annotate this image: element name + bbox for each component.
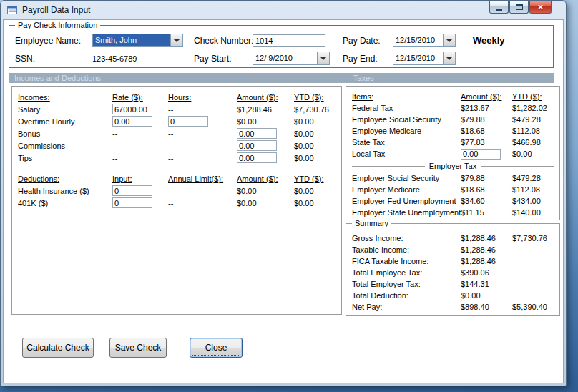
col-header: Rate ($): <box>112 93 168 102</box>
paycheck-info-groupbox: Pay Check Information Employee Name: Smi… <box>9 25 554 68</box>
summary-label: Net Pay: <box>352 303 461 311</box>
deduction-limit: -- <box>168 187 237 195</box>
income-amount: $1,288.46 <box>237 105 294 114</box>
tax-amount: $79.88 <box>461 174 512 182</box>
taxes-section-title: Taxes <box>353 74 374 82</box>
employer-tax-separator: Employer Tax <box>352 160 554 172</box>
tax-ytd: $0.00 <box>512 150 554 158</box>
table-row: Bonus -- -- $0.00 <box>18 127 335 139</box>
taxes-panel: Items: Amount ($): YTD ($): Federal Tax … <box>346 86 560 220</box>
col-header: Deductions: <box>18 175 112 183</box>
tax-label: Employer Social Security <box>352 174 461 182</box>
tax-ytd: $479.28 <box>512 115 554 124</box>
summary-legend: Summary <box>352 219 391 227</box>
income-label: Overtime Hourly <box>18 117 112 126</box>
table-row: State Tax $77.83 $466.98 <box>352 137 554 148</box>
tips-amount-input[interactable] <box>237 152 277 163</box>
deduction-ytd: $0.00 <box>294 187 335 195</box>
income-label: Tips <box>18 154 112 162</box>
incomes-deductions-panel: Incomes: Rate ($): Hours: Amount ($): YT… <box>11 86 342 315</box>
local-tax-input[interactable] <box>461 149 501 160</box>
employee-name-label: Employee Name: <box>15 36 81 46</box>
health-insurance-input[interactable] <box>112 185 152 196</box>
tax-amount: $18.68 <box>461 127 512 135</box>
chevron-down-icon[interactable] <box>317 52 329 64</box>
summary-label: Taxable Income: <box>352 245 461 254</box>
salary-rate-input[interactable] <box>112 104 152 114</box>
col-header: YTD ($): <box>512 92 554 101</box>
income-hours: -- <box>168 105 237 114</box>
title-bar[interactable]: Payroll Data Input <box>1 1 566 19</box>
window-title: Payroll Data Input <box>22 5 90 15</box>
pay-end-value: 12/15/2010 <box>393 52 443 64</box>
employee-name-value: Smith, John <box>93 34 170 46</box>
check-number-label: Check Number: <box>194 36 253 46</box>
income-ytd: $0.00 <box>294 154 335 162</box>
tax-label: Employer State Unemployment <box>352 208 461 217</box>
overtime-hours-input[interactable] <box>168 116 208 127</box>
pay-date-combo[interactable]: 12/15/2010 <box>393 34 456 47</box>
income-hours: -- <box>168 129 237 138</box>
col-header: Input: <box>112 175 168 183</box>
overtime-rate-input[interactable] <box>112 116 152 127</box>
tax-label: Local Tax <box>352 150 461 158</box>
save-check-button[interactable]: Save Check <box>109 338 167 358</box>
income-hours: -- <box>168 142 237 150</box>
incomes-section-title: Incomes and Deductions <box>14 74 101 82</box>
summary-amount: $0.00 <box>461 291 512 300</box>
summary-label: Total Employee Tax: <box>352 268 461 277</box>
ssn-label: SSN: <box>15 54 35 64</box>
tax-amount: $79.88 <box>461 115 512 124</box>
close-window-button[interactable]: × <box>529 1 552 14</box>
income-rate: -- <box>112 142 168 150</box>
maximize-icon <box>516 4 523 10</box>
table-row: Gross Income: $1,288.46 $7,730.76 <box>352 232 554 244</box>
summary-amount: $1,288.46 <box>461 245 512 254</box>
summary-label: Total Employer Tax: <box>352 280 461 288</box>
paycheck-info-legend: Pay Check Information <box>15 21 100 29</box>
employee-name-combo[interactable]: Smith, John <box>92 34 183 47</box>
minimize-button[interactable] <box>489 1 509 14</box>
deductions-header-row: Deductions: Input: Annual Limit($): Amou… <box>18 172 335 185</box>
minimize-icon <box>496 9 502 11</box>
summary-amount: $144.31 <box>461 280 512 288</box>
income-amount: $0.00 <box>237 117 294 126</box>
income-rate: -- <box>112 129 168 138</box>
table-row: Employee Social Security $79.88 $479.28 <box>352 114 554 125</box>
table-row: Tips -- -- $0.00 <box>18 152 335 164</box>
k401-input[interactable] <box>112 197 152 208</box>
table-row: Employer Social Security $79.88 $479.28 <box>352 172 554 184</box>
summary-label: FICA Taxable Income: <box>352 257 461 265</box>
table-row: Overtime Hourly $0.00 $0.00 <box>18 115 335 127</box>
income-label: Commissions <box>18 142 112 150</box>
table-row: Salary -- $1,288.46 $7,730.76 <box>18 103 335 115</box>
income-ytd: $7,730.76 <box>294 105 335 114</box>
table-row: Taxable Income: $1,288.46 <box>352 244 554 255</box>
commissions-amount-input[interactable] <box>237 140 277 151</box>
pay-start-label: Pay Start: <box>194 54 232 64</box>
summary-amount: $390.06 <box>461 268 512 277</box>
calculate-check-button[interactable]: Calculate Check <box>22 338 94 358</box>
pay-end-label: Pay End: <box>343 54 378 64</box>
summary-amount: $898.40 <box>461 303 512 311</box>
income-ytd: $0.00 <box>294 117 335 126</box>
chevron-down-icon[interactable] <box>170 34 182 46</box>
tax-ytd: $434.00 <box>512 197 554 205</box>
maximize-button[interactable] <box>509 1 529 14</box>
summary-ytd: $5,390.40 <box>512 303 554 311</box>
window-controls: × <box>489 1 552 14</box>
tax-label: Employer Medicare <box>352 185 461 194</box>
summary-amount: $1,288.46 <box>461 257 512 265</box>
pay-start-combo[interactable]: 12/ 9/2010 <box>253 52 330 65</box>
check-number-input[interactable] <box>253 34 325 47</box>
pay-end-combo[interactable]: 12/15/2010 <box>393 52 456 65</box>
chevron-down-icon[interactable] <box>443 34 455 46</box>
bonus-amount-input[interactable] <box>237 128 277 139</box>
income-ytd: $0.00 <box>294 129 335 138</box>
close-button[interactable]: Close <box>190 338 243 358</box>
chevron-down-icon[interactable] <box>443 52 455 64</box>
app-icon <box>6 4 18 16</box>
close-icon: × <box>538 2 544 11</box>
table-row: Total Deduction: $0.00 <box>352 290 554 301</box>
pay-start-value: 12/ 9/2010 <box>253 52 317 64</box>
